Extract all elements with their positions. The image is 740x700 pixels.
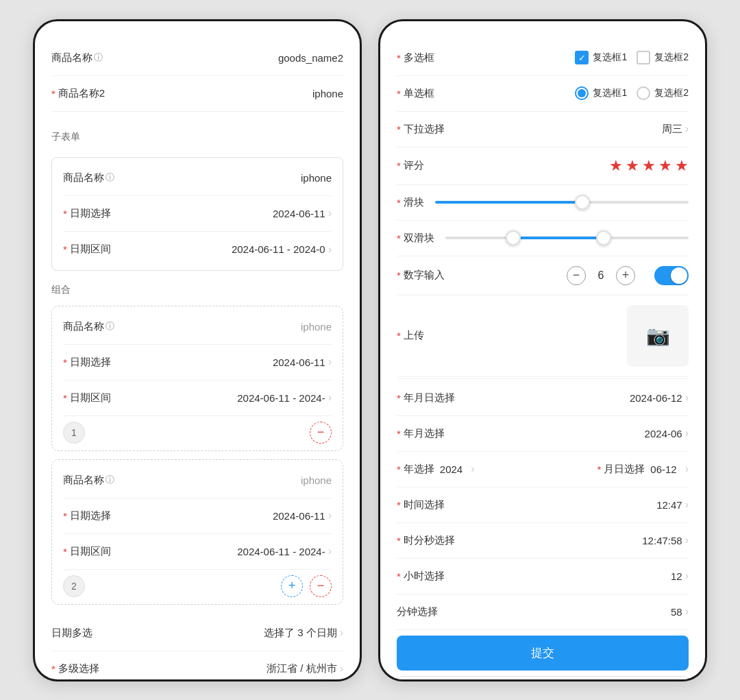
- right-cb2-label: 复选框2: [654, 51, 689, 64]
- right-radio-group: 复选框1 复选框2: [575, 86, 689, 100]
- hour-row[interactable]: 小时选择 12 ›: [397, 559, 689, 594]
- right-rb2-circle[interactable]: [637, 86, 650, 100]
- rating-row: 评分 ★ ★ ★ ★ ★: [397, 147, 689, 185]
- right-cb2-item[interactable]: 复选框2: [637, 51, 689, 64]
- right-rb2-item[interactable]: 复选框2: [637, 86, 689, 100]
- group1-goods-row[interactable]: 商品名称 ⓘ iphone: [63, 309, 332, 345]
- cascade-value: 浙江省 / 杭州市: [267, 662, 337, 675]
- slider-thumb[interactable]: [575, 195, 590, 210]
- right-cb2-box[interactable]: [637, 51, 650, 64]
- right-rb2-label: 复选框2: [654, 87, 689, 99]
- star-1[interactable]: ★: [609, 157, 623, 175]
- year-select-group[interactable]: 年选择 2024 ›: [397, 463, 475, 476]
- dual-slider-track[interactable]: [445, 237, 689, 239]
- goods-name2-row[interactable]: 商品名称2 iphone: [51, 76, 343, 112]
- time-hms-row[interactable]: 时分秒选择 12:47:58 ›: [397, 523, 689, 559]
- group1-date-chevron: ›: [328, 356, 332, 368]
- group1-actions: −: [310, 422, 332, 444]
- star-4[interactable]: ★: [658, 157, 672, 175]
- hour-label: 小时选择: [397, 570, 445, 583]
- number-input-row: 数字输入 − 6 +: [397, 256, 689, 295]
- group1-minus-button[interactable]: −: [310, 422, 332, 444]
- right-checkbox-row: 多选框 复选框1 复选框2: [397, 40, 689, 76]
- group2-date-value: 2024-06-11: [273, 510, 325, 522]
- star-5[interactable]: ★: [675, 157, 689, 175]
- ym-chevron: ›: [685, 427, 689, 439]
- minute-value: 58: [671, 606, 682, 618]
- sub-goods-name-label: 商品名称: [63, 171, 104, 184]
- goods-name2-value: iphone: [312, 88, 343, 99]
- right-checkbox-label: 多选框: [397, 51, 434, 64]
- number-value: 6: [594, 269, 608, 282]
- year-md-row: 年选择 2024 › 月日选择 06-12 ›: [397, 452, 689, 487]
- dual-slider-thumb-right[interactable]: [596, 230, 611, 245]
- year-value: 2024: [440, 463, 463, 475]
- number-input-label: 数字输入: [397, 269, 445, 282]
- year-chevron: ›: [471, 463, 474, 475]
- number-minus-button[interactable]: −: [567, 266, 586, 285]
- group-item-2: 商品名称 ⓘ iphone 日期选择 2: [51, 459, 343, 605]
- rating-stars[interactable]: ★ ★ ★ ★ ★: [609, 157, 689, 175]
- cascade-row[interactable]: 多级选择 浙江省 / 杭州市 ›: [51, 651, 343, 679]
- group2-actions: + −: [281, 575, 332, 597]
- group2-goods-row[interactable]: 商品名称 ⓘ iphone: [63, 463, 332, 498]
- time-row[interactable]: 时间选择 12:47 ›: [397, 487, 689, 523]
- right-cb1-item[interactable]: 复选框1: [575, 51, 627, 64]
- slider-track[interactable]: [435, 201, 689, 204]
- ymd-value: 2024-06-12: [630, 392, 682, 404]
- number-plus-button[interactable]: +: [616, 266, 635, 285]
- group2-date-chevron: ›: [328, 509, 332, 522]
- group2-date-row[interactable]: 日期选择 2024-06-11 ›: [63, 498, 332, 534]
- group1-range-chevron: ›: [328, 391, 332, 404]
- sub-form: 商品名称 ⓘ iphone 日期选择 2024-06-11: [51, 157, 343, 271]
- ym-row[interactable]: 年月选择 2024-06 ›: [397, 416, 689, 452]
- star-2[interactable]: ★: [626, 157, 639, 175]
- group2-plus-button[interactable]: +: [281, 575, 303, 597]
- right-rb1-circle[interactable]: [575, 86, 589, 100]
- reset-button[interactable]: 重置: [397, 676, 689, 679]
- hour-chevron: ›: [685, 570, 689, 582]
- group2-range-label: 日期区间: [63, 545, 111, 558]
- dual-slider-fill: [518, 237, 603, 239]
- slider-container[interactable]: [435, 201, 689, 204]
- dual-slider-thumb-left[interactable]: [506, 230, 521, 245]
- sub-date-range-row[interactable]: 日期区间 2024-06-11 - 2024-0 ›: [63, 232, 332, 267]
- ymd-row[interactable]: 年月日选择 2024-06-12 ›: [397, 381, 689, 416]
- dual-slider-container[interactable]: [445, 237, 689, 239]
- group2-range-row[interactable]: 日期区间 2024-06-11 - 2024- ›: [63, 534, 332, 570]
- left-phone: 商品名称 ⓘ goods_name2 商品名称2 iphone 子表: [33, 19, 362, 681]
- sub-date-row[interactable]: 日期选择 2024-06-11 ›: [63, 196, 332, 232]
- right-radio-row: 单选框 复选框1 复选框2: [397, 76, 689, 112]
- toggle-switch[interactable]: [654, 266, 689, 285]
- time-value: 12:47: [656, 499, 682, 511]
- group2-range-chevron: ›: [328, 545, 332, 557]
- month-day-select-group[interactable]: 月日选择 06-12 ›: [597, 463, 689, 476]
- dual-slider-label: 双滑块: [397, 232, 434, 245]
- right-cb1-box[interactable]: [575, 51, 589, 64]
- cascade-chevron: ›: [340, 662, 343, 675]
- star-3[interactable]: ★: [642, 157, 656, 175]
- ymd-chevron: ›: [685, 391, 689, 404]
- ymd-label: 年月日选择: [397, 391, 455, 405]
- upload-area[interactable]: 📷: [627, 305, 689, 367]
- number-input-control: − 6 +: [567, 266, 635, 285]
- minute-row[interactable]: 分钟选择 58 ›: [397, 594, 689, 630]
- sub-goods-name-row[interactable]: 商品名称 ⓘ iphone: [63, 160, 332, 196]
- group1-goods-label: 商品名称: [63, 320, 104, 333]
- group-item-1: 商品名称 ⓘ iphone 日期选择 2: [51, 306, 343, 451]
- dropdown-row[interactable]: 下拉选择 周三 ›: [397, 112, 689, 147]
- group2-minus-button[interactable]: −: [310, 575, 332, 597]
- submit-button[interactable]: 提交: [397, 636, 689, 671]
- time-chevron: ›: [685, 498, 689, 511]
- group1-range-row[interactable]: 日期区间 2024-06-11 - 2024- ›: [63, 381, 332, 416]
- goods-name-header-row: 商品名称 ⓘ goods_name2: [51, 40, 343, 76]
- goods-name2-label: 商品名称2: [51, 87, 105, 100]
- goods-name-header-label: 商品名称: [51, 51, 92, 64]
- right-rb1-item[interactable]: 复选框1: [575, 86, 627, 100]
- section-divider: [397, 378, 689, 379]
- date-multi-row[interactable]: 日期多选 选择了 3 个日期 ›: [51, 616, 343, 651]
- group1-date-row[interactable]: 日期选择 2024-06-11 ›: [63, 345, 332, 381]
- year-label: 年选择: [397, 463, 434, 476]
- sub-range-chevron: ›: [328, 243, 332, 256]
- group2-date-label: 日期选择: [63, 509, 111, 522]
